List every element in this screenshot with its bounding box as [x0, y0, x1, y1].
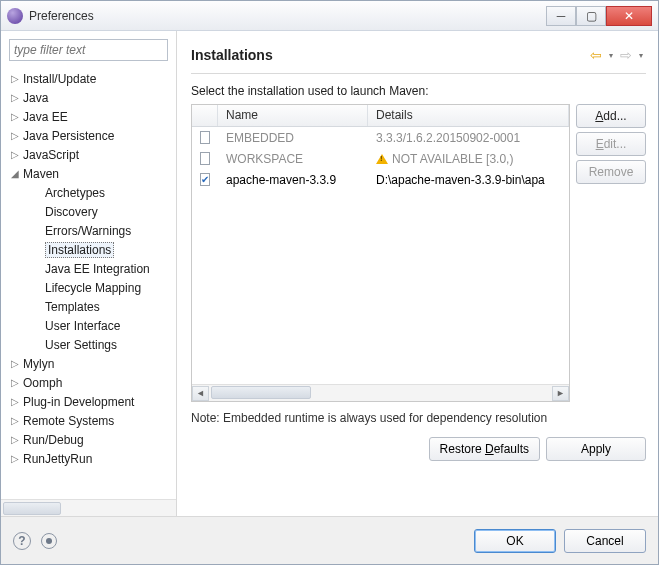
tree-item-label: Discovery	[45, 205, 98, 219]
cancel-button[interactable]: Cancel	[564, 529, 646, 553]
expand-icon[interactable]: ▷	[11, 358, 23, 369]
tree-item-label: Mylyn	[23, 357, 54, 371]
expand-icon[interactable]: ▷	[11, 92, 23, 103]
scroll-right-icon[interactable]: ►	[552, 386, 569, 401]
expand-icon[interactable]: ▷	[11, 149, 23, 160]
tree-item[interactable]: ▷Java EE	[1, 107, 176, 126]
tree-item[interactable]: Java EE Integration	[1, 259, 176, 278]
tree-item[interactable]: User Interface	[1, 316, 176, 335]
tree-item[interactable]: Archetypes	[1, 183, 176, 202]
restore-defaults-button[interactable]: Restore Defaults	[429, 437, 540, 461]
preferences-tree[interactable]: ▷Install/Update▷Java▷Java EE▷Java Persis…	[1, 67, 176, 499]
expand-icon[interactable]: ▷	[11, 396, 23, 407]
tree-item-label: Run/Debug	[23, 433, 84, 447]
remove-button[interactable]: Remove	[576, 160, 646, 184]
footer: ? OK Cancel	[1, 516, 658, 564]
tree-item[interactable]: Errors/Warnings	[1, 221, 176, 240]
tree-item-label: Remote Systems	[23, 414, 114, 428]
tree-item-label: Lifecycle Mapping	[45, 281, 141, 295]
main-panel: Installations ⇦ ▾ ⇨ ▾ Select the install…	[177, 31, 658, 516]
titlebar[interactable]: Preferences ─ ▢ ✕	[1, 1, 658, 31]
checkbox	[200, 152, 210, 165]
warning-icon	[376, 153, 388, 165]
nav-back-icon[interactable]: ⇦	[588, 47, 604, 63]
tree-item-label: JavaScript	[23, 148, 79, 162]
tree-item-label: Archetypes	[45, 186, 105, 200]
table-scrollbar[interactable]: ◄ ►	[192, 384, 569, 401]
scrollbar-thumb[interactable]	[211, 386, 311, 399]
sidebar-scrollbar[interactable]	[1, 499, 176, 516]
tree-item[interactable]: ▷Java	[1, 88, 176, 107]
checkbox	[200, 131, 210, 144]
edit-button[interactable]: Edit...	[576, 132, 646, 156]
tree-item[interactable]: Discovery	[1, 202, 176, 221]
tree-item-label: Java Persistence	[23, 129, 114, 143]
preferences-window: Preferences ─ ▢ ✕ ▷Install/Update▷Java▷J…	[0, 0, 659, 565]
tree-item-label: Templates	[45, 300, 100, 314]
tree-item[interactable]: ▷JavaScript	[1, 145, 176, 164]
tree-item[interactable]: Installations	[1, 240, 176, 259]
tree-item[interactable]: ▷Oomph	[1, 373, 176, 392]
app-icon	[7, 8, 23, 24]
tree-item[interactable]: ▷Mylyn	[1, 354, 176, 373]
tree-item[interactable]: ▷Run/Debug	[1, 430, 176, 449]
scroll-left-icon[interactable]: ◄	[192, 386, 209, 401]
column-details[interactable]: Details	[368, 105, 569, 126]
ok-button[interactable]: OK	[474, 529, 556, 553]
tree-item-label: Plug-in Development	[23, 395, 134, 409]
expand-icon[interactable]: ▷	[11, 130, 23, 141]
nav-forward-menu[interactable]: ▾	[636, 51, 646, 60]
column-name[interactable]: Name	[218, 105, 368, 126]
nav-forward-icon[interactable]: ⇨	[618, 47, 634, 63]
window-title: Preferences	[29, 9, 94, 23]
scrollbar-thumb[interactable]	[3, 502, 61, 515]
expand-icon[interactable]: ▷	[11, 415, 23, 426]
installations-table[interactable]: Name Details EMBEDDED3.3.3/1.6.2.2015090…	[191, 104, 570, 402]
expand-icon[interactable]: ▷	[11, 73, 23, 84]
apply-button[interactable]: Apply	[546, 437, 646, 461]
tree-item-label: Maven	[23, 167, 59, 181]
tree-item-label: Errors/Warnings	[45, 224, 131, 238]
expand-icon[interactable]: ▷	[11, 377, 23, 388]
tree-item-label: Installations	[45, 242, 114, 258]
note-text: Note: Embedded runtime is always used fo…	[191, 410, 646, 427]
nav-back-menu[interactable]: ▾	[606, 51, 616, 60]
tree-item-label: RunJettyRun	[23, 452, 92, 466]
record-icon[interactable]	[41, 533, 57, 549]
cell-details: 3.3.3/1.6.2.20150902-0001	[368, 131, 569, 145]
select-label: Select the installation used to launch M…	[191, 84, 646, 98]
tree-item[interactable]: Lifecycle Mapping	[1, 278, 176, 297]
expand-icon[interactable]: ▷	[11, 111, 23, 122]
tree-item-label: Java EE	[23, 110, 68, 124]
expand-icon[interactable]: ◢	[11, 168, 23, 179]
cell-name: apache-maven-3.3.9	[218, 173, 368, 187]
page-title: Installations	[191, 47, 588, 63]
cell-details: NOT AVAILABLE [3.0,)	[368, 152, 569, 166]
minimize-button[interactable]: ─	[546, 6, 576, 26]
expand-icon[interactable]: ▷	[11, 453, 23, 464]
add-button[interactable]: Add...	[576, 104, 646, 128]
tree-item[interactable]: ▷Java Persistence	[1, 126, 176, 145]
tree-item[interactable]: ▷RunJettyRun	[1, 449, 176, 468]
table-row[interactable]: ✔apache-maven-3.3.9D:\apache-maven-3.3.9…	[192, 169, 569, 190]
tree-item[interactable]: User Settings	[1, 335, 176, 354]
table-row[interactable]: EMBEDDED3.3.3/1.6.2.20150902-0001	[192, 127, 569, 148]
checkbox[interactable]: ✔	[200, 173, 210, 186]
tree-item-label: User Settings	[45, 338, 117, 352]
tree-item[interactable]: Templates	[1, 297, 176, 316]
table-row[interactable]: WORKSPACENOT AVAILABLE [3.0,)	[192, 148, 569, 169]
tree-item-label: Oomph	[23, 376, 62, 390]
expand-icon[interactable]: ▷	[11, 434, 23, 445]
cell-details: D:\apache-maven-3.3.9-bin\apa	[368, 173, 569, 187]
close-button[interactable]: ✕	[606, 6, 652, 26]
tree-item[interactable]: ▷Plug-in Development	[1, 392, 176, 411]
cell-name: EMBEDDED	[218, 131, 368, 145]
tree-item-label: Java EE Integration	[45, 262, 150, 276]
help-icon[interactable]: ?	[13, 532, 31, 550]
tree-item[interactable]: ▷Install/Update	[1, 69, 176, 88]
maximize-button[interactable]: ▢	[576, 6, 606, 26]
tree-item[interactable]: ◢Maven	[1, 164, 176, 183]
cell-name: WORKSPACE	[218, 152, 368, 166]
filter-input[interactable]	[9, 39, 168, 61]
tree-item[interactable]: ▷Remote Systems	[1, 411, 176, 430]
